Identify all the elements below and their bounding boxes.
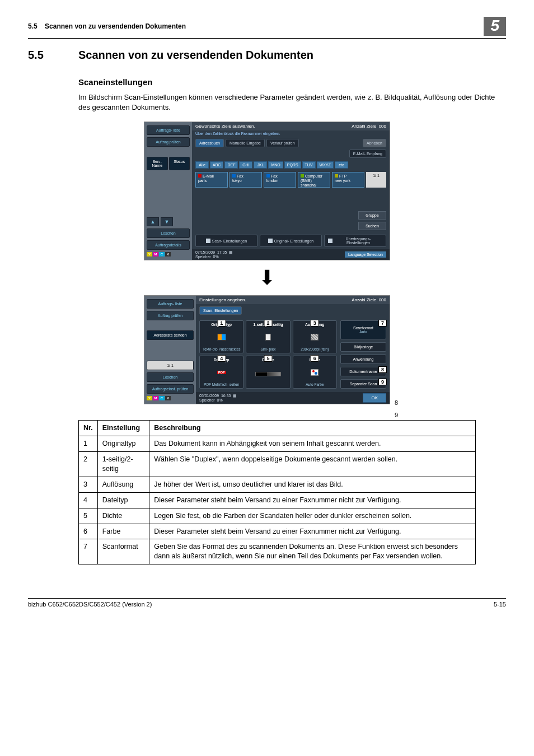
filter-abc[interactable]: ABC xyxy=(210,161,223,169)
side-separater-scan[interactable]: 9Separater Scan xyxy=(340,379,386,389)
callout-9: 9 xyxy=(395,412,398,418)
footer-page: 5-15 xyxy=(494,601,506,608)
header-section-title: Scannen von zu versendenden Dokumenten xyxy=(45,22,186,30)
offhook-button[interactable]: Abheben xyxy=(363,139,386,147)
arrow-down-icon[interactable]: ▼ xyxy=(161,217,173,226)
status-time: 17:05 xyxy=(217,250,227,254)
ok-button[interactable]: OK xyxy=(363,393,386,403)
original-settings-button[interactable]: Original- Einstellungen xyxy=(260,235,322,247)
filter-pqrs[interactable]: PQRS xyxy=(284,161,301,169)
tab-scan-settings[interactable]: Scan- Einstellungen xyxy=(199,306,242,315)
search-button[interactable]: Suchen xyxy=(358,222,386,230)
col-description: Dieser Parameter steht beim Versand zu e… xyxy=(149,492,476,508)
dest-count-label: Anzahl Ziele xyxy=(352,124,376,129)
tile-originaltyp[interactable]: 1OriginaltypText/Foto Passdrucktes xyxy=(199,320,243,353)
transmit-settings-button[interactable]: Übertragungs- Einstellungen xyxy=(324,235,386,247)
tile-icon xyxy=(296,368,334,376)
dest-type-icon xyxy=(198,174,202,178)
tab-addressbook[interactable]: Adressbuch xyxy=(195,139,224,147)
destination-tokyo[interactable]: Faxtokyo xyxy=(229,172,262,188)
table-row: 4DateitypDieser Parameter steht beim Ver… xyxy=(79,492,476,508)
tile-1-seitig-2-seitig[interactable]: 21-seitig/ 2-seitigSim- plex xyxy=(246,320,290,353)
table-header: Beschreibung xyxy=(149,421,476,436)
status-date: 05/01/2009 xyxy=(199,394,219,398)
callout-8: 8 xyxy=(395,399,398,406)
filter-wxyz[interactable]: WXYZ xyxy=(317,161,334,169)
page-indicator: 1/ 1 xyxy=(366,172,386,188)
arrow-up-icon[interactable]: ▲ xyxy=(147,217,159,226)
screenshot-scan-settings: Auftrags- liste Auftrag prüfen Adresslis… xyxy=(144,295,390,404)
filter-tuv[interactable]: TUV xyxy=(302,161,316,169)
job-list-button[interactable]: Auftrags- liste xyxy=(147,299,194,309)
destination-shanghai[interactable]: Computer (SMB)shanghai xyxy=(298,172,330,188)
job-list-button[interactable]: Auftrags- liste xyxy=(147,125,190,135)
filter-ghi[interactable]: GHI xyxy=(239,161,252,169)
status-tab[interactable]: Status xyxy=(169,157,190,170)
delete-button[interactable]: Löschen xyxy=(147,228,190,238)
tile-aufl-sung[interactable]: 3Auflösung200x200dpi (fein) xyxy=(293,320,337,353)
col-setting: Originaltyp xyxy=(97,436,149,452)
col-setting: Scanformat xyxy=(97,539,149,564)
user-name-tab[interactable]: Ben.- Name xyxy=(147,157,168,170)
callout-7: 7 xyxy=(378,320,387,326)
table-row: 6FarbeDieser Parameter steht beim Versan… xyxy=(79,524,476,539)
memory-icon: ▦ xyxy=(233,394,237,398)
language-selection-button[interactable]: Language Selection xyxy=(345,251,386,258)
intro-paragraph: Im Bildschirm Scan-Einstellungen können … xyxy=(78,92,506,113)
table-row: 5DichteLegen Sie fest, ob die Farben der… xyxy=(79,508,476,524)
running-header: 5.5 Scannen von zu versendenden Dokument… xyxy=(28,17,506,39)
check-job-button[interactable]: Auftrag prüfen xyxy=(147,311,194,320)
page-footer: bizhub C652/C652DS/C552/C452 (Version 2)… xyxy=(28,598,506,608)
check-job-settings-button[interactable]: Auftragseinst. prüfen xyxy=(147,384,194,394)
side-anwendung[interactable]: Anwendung xyxy=(340,354,386,364)
col-setting: Farbe xyxy=(97,524,149,539)
check-job-button[interactable]: Auftrag prüfen xyxy=(147,137,190,147)
col-nr: 3 xyxy=(79,477,98,492)
send-addresslist-button[interactable]: Adressliste senden xyxy=(147,330,194,340)
col-nr: 1 xyxy=(79,436,98,452)
footer-model: bizhub C652/C652DS/C552/C452 (Version 2) xyxy=(28,601,152,608)
tile-icon xyxy=(202,333,241,341)
transmit-icon xyxy=(328,239,332,243)
callout-4: 4 xyxy=(217,355,226,362)
delete-button[interactable]: Löschen xyxy=(147,372,194,382)
tile-dateityp[interactable]: 4DateitypPDFPDF Mehrfach- seiten xyxy=(199,356,243,389)
tile-farbe[interactable]: 6FarbeAuto Farbe xyxy=(293,356,337,389)
filter-etc[interactable]: etc xyxy=(335,161,348,169)
scan-settings-button[interactable]: Scan- Einstellungen xyxy=(195,235,257,247)
panel-message: Gewünschte Ziele auswählen. xyxy=(195,124,255,129)
email-receive-button[interactable]: E-Mail- Empfang xyxy=(349,150,386,158)
destination-paris[interactable]: E-Mailparis xyxy=(195,172,228,188)
group-button[interactable]: Gruppe xyxy=(358,211,386,220)
side-bildjustage[interactable]: Bildjustage xyxy=(340,342,386,352)
side-dokumentname[interactable]: 8Dokumentname xyxy=(340,367,386,376)
filter-alle[interactable]: Alle xyxy=(195,161,209,169)
side-scanformat[interactable]: 7ScanformatAuto xyxy=(340,320,386,339)
col-nr: 6 xyxy=(79,524,98,539)
tile-icon: PDF xyxy=(202,368,241,376)
filter-jkl[interactable]: JKL xyxy=(254,161,267,169)
destination-new-york[interactable]: FTPnew york xyxy=(332,172,364,188)
tab-manual-input[interactable]: Manuelle Eingabe xyxy=(226,139,265,147)
tile-dichte[interactable]: 5Dichte xyxy=(246,356,290,389)
status-memory-label: Speicher xyxy=(199,398,215,402)
section-number: 5.5 xyxy=(28,49,78,62)
col-setting: Auflösung xyxy=(97,477,149,492)
status-memory-value: 0% xyxy=(217,398,223,402)
filter-mno[interactable]: MNO xyxy=(268,161,283,169)
callout-9: 9 xyxy=(378,379,387,385)
col-description: Das Dokument kann in Abhängigkeit von se… xyxy=(149,436,476,452)
destination-london[interactable]: Faxlondon xyxy=(264,172,296,188)
subsection-heading: Scaneinstellungen xyxy=(78,77,506,87)
col-setting: Dichte xyxy=(97,508,149,524)
dest-type-icon xyxy=(232,174,236,178)
original-icon xyxy=(268,239,273,243)
tab-history[interactable]: Verlauf prüfen xyxy=(266,139,299,147)
status-memory-value: 0% xyxy=(213,255,219,259)
job-details-button[interactable]: Auftragsdetails xyxy=(147,240,190,250)
dest-type-icon xyxy=(335,174,338,178)
callout-5: 5 xyxy=(264,355,272,362)
status-memory-label: Speicher xyxy=(195,255,211,259)
callout-3: 3 xyxy=(311,320,319,326)
filter-def[interactable]: DEF xyxy=(224,161,238,169)
